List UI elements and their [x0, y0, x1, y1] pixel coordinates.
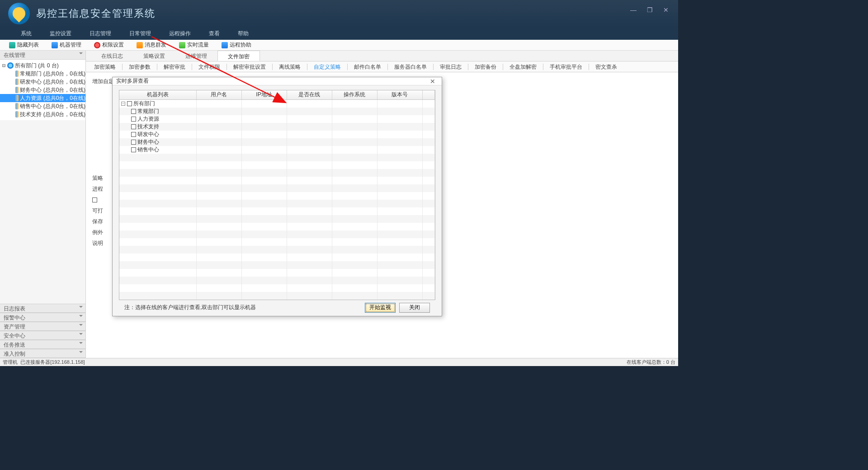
tree-dept-selected[interactable]: 人力资源 (总共0台，0在线): [0, 94, 85, 102]
sidebar-panel-logreport[interactable]: 日志报表: [0, 304, 85, 313]
dept-icon: [15, 87, 19, 93]
dialog-note: 注：选择在线的客户端进行查看,双击部门可以显示机器: [124, 304, 256, 311]
table-row[interactable]: [119, 200, 435, 207]
tree-dept[interactable]: 常规部门 (总共0台，0在线): [0, 70, 85, 78]
subtab[interactable]: 密文查杀: [590, 62, 623, 71]
table-row[interactable]: [119, 230, 435, 238]
subtab[interactable]: 加密备份: [469, 62, 502, 71]
table-row[interactable]: 技术支持: [119, 123, 435, 131]
tab-policy-settings[interactable]: 策略设置: [133, 51, 175, 61]
realtime-multiscreen-dialog: 实时多屏查看 ✕ 机器列表 用户名 IP地址 是否在线 操作系统 版本号 −所有…: [112, 77, 442, 316]
table-row[interactable]: 常规部门: [119, 108, 435, 115]
table-row[interactable]: [119, 207, 435, 215]
table-row[interactable]: [119, 269, 435, 277]
col-username[interactable]: 用户名: [196, 90, 241, 99]
table-row[interactable]: 人力资源: [119, 115, 435, 123]
subtab-active[interactable]: 自定义策略: [308, 62, 346, 71]
menu-view[interactable]: 查看: [200, 27, 229, 40]
dialog-title: 实时多屏查看: [116, 77, 149, 85]
chevron-down-icon: [79, 306, 83, 310]
sidebar-panel-alert[interactable]: 报警中心: [0, 313, 85, 322]
table-row[interactable]: [119, 277, 435, 284]
dialog-titlebar[interactable]: 实时多屏查看 ✕: [113, 77, 442, 85]
col-machine-list[interactable]: 机器列表: [119, 90, 196, 99]
col-version[interactable]: 版本号: [377, 90, 422, 99]
table-row[interactable]: [119, 223, 435, 230]
menu-system[interactable]: 系统: [12, 27, 41, 40]
sidebar-panel-asset[interactable]: 资产管理: [0, 322, 85, 331]
menu-daily-manage[interactable]: 日常管理: [120, 27, 160, 40]
subtab[interactable]: 加密策略: [89, 62, 121, 71]
maximize-button[interactable]: ❐: [642, 4, 657, 16]
table-row[interactable]: [119, 154, 435, 161]
globe-icon: [7, 62, 14, 69]
tab-ops-manage[interactable]: 运维管理: [175, 51, 217, 61]
table-row[interactable]: [119, 284, 435, 292]
table-row[interactable]: [119, 246, 435, 254]
table-row[interactable]: [119, 254, 435, 261]
tree-dept[interactable]: 销售中心 (总共0台，0在线): [0, 102, 85, 110]
tool-broadcast[interactable]: 消息群发: [130, 41, 173, 49]
sidebar-panel-security[interactable]: 安全中心: [0, 331, 85, 340]
subtab[interactable]: 审批日志: [434, 62, 467, 71]
subtab[interactable]: 服务器白名单: [389, 62, 432, 71]
table-row[interactable]: [119, 161, 435, 169]
dialog-close-button[interactable]: ✕: [427, 78, 438, 85]
tree-root[interactable]: ⊟所有部门 (共 0 台): [0, 61, 85, 70]
dept-icon: [15, 95, 19, 101]
subtab[interactable]: 解密审批: [158, 62, 191, 71]
subtab[interactable]: 文件权限: [193, 62, 226, 71]
subtab[interactable]: 邮件白名单: [349, 62, 387, 71]
close-button[interactable]: ✕: [658, 4, 674, 16]
subtab[interactable]: 加密参数: [123, 62, 156, 71]
tab-file-encrypt[interactable]: 文件加密: [217, 51, 260, 61]
subtab[interactable]: 手机审批平台: [544, 62, 588, 71]
table-row[interactable]: 财务中心: [119, 138, 435, 146]
col-online[interactable]: 是否在线: [287, 90, 332, 99]
menu-monitor-settings[interactable]: 监控设置: [41, 27, 80, 40]
machine-grid[interactable]: 机器列表 用户名 IP地址 是否在线 操作系统 版本号 −所有部门常规部门人力资…: [119, 90, 435, 300]
tool-traffic[interactable]: 实时流量: [173, 41, 215, 49]
tab-online-log[interactable]: 在线日志: [91, 51, 133, 61]
table-row[interactable]: [119, 238, 435, 246]
menu-log-manage[interactable]: 日志管理: [80, 27, 120, 40]
dept-icon: [15, 103, 19, 109]
table-row[interactable]: [119, 192, 435, 200]
chevron-down-icon: [79, 351, 83, 355]
table-row[interactable]: 销售中心: [119, 146, 435, 154]
tool-hide-list[interactable]: 隐藏列表: [3, 41, 45, 49]
sidebar-panel-access[interactable]: 准入控制: [0, 349, 85, 358]
col-ip[interactable]: IP地址: [241, 90, 287, 99]
tool-label: 远程协助: [230, 41, 251, 49]
menu-remote-operate[interactable]: 远程操作: [160, 27, 200, 40]
start-monitor-button[interactable]: 开始监视: [365, 303, 396, 313]
table-row[interactable]: −所有部门: [119, 99, 435, 108]
table-row[interactable]: [119, 215, 435, 223]
table-row[interactable]: [119, 292, 435, 300]
sidebar-panel-task[interactable]: 任务推送: [0, 340, 85, 349]
tree-dept[interactable]: 研发中心 (总共0台，0在线): [0, 78, 85, 86]
sidebar-panel-online[interactable]: 在线管理: [0, 51, 85, 60]
tool-remote-assist[interactable]: 远程协助: [215, 41, 258, 49]
dept-icon: [15, 70, 19, 77]
table-row[interactable]: [119, 261, 435, 269]
tool-machine-manage[interactable]: 机器管理: [45, 41, 88, 49]
table-row[interactable]: [119, 169, 435, 177]
tool-label: 机器管理: [60, 41, 81, 49]
table-row[interactable]: 研发中心: [119, 131, 435, 138]
chat-icon: [137, 42, 143, 48]
col-os[interactable]: 操作系统: [332, 90, 377, 99]
table-row[interactable]: [119, 177, 435, 184]
tool-label: 隐藏列表: [17, 41, 39, 49]
minimize-button[interactable]: —: [626, 4, 641, 16]
tree-dept[interactable]: 财务中心 (总共0台，0在线): [0, 86, 85, 94]
table-row[interactable]: [119, 184, 435, 192]
subtab[interactable]: 解密审批设置: [228, 62, 271, 71]
tool-permission[interactable]: 权限设置: [88, 41, 130, 49]
menu-help[interactable]: 帮助: [229, 27, 258, 40]
subtab[interactable]: 离线策略: [274, 62, 306, 71]
tree-dept[interactable]: 技术支持 (总共0台，0在线): [0, 110, 85, 118]
close-dialog-button[interactable]: 关闭: [399, 303, 430, 313]
status-client-count: 在线客户端总数：0 台: [627, 359, 675, 366]
subtab[interactable]: 全盘加解密: [504, 62, 542, 71]
